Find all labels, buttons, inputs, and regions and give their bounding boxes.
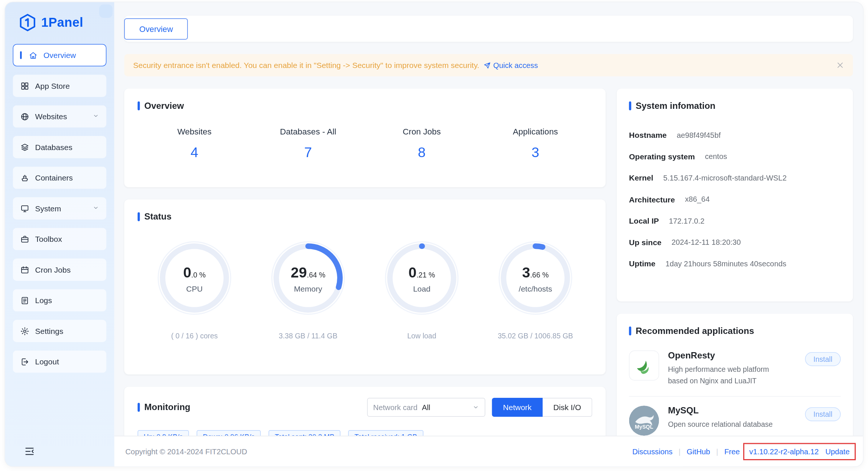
app-description: High performance web platform based on N…: [668, 364, 780, 387]
chevron-down-icon: [472, 404, 479, 411]
briefcase-icon: [20, 234, 30, 244]
sidebar-item-toolbox[interactable]: Toolbox: [13, 228, 107, 250]
install-openresty-button[interactable]: Install: [805, 352, 841, 366]
overview-card-title: Overview: [144, 101, 184, 111]
update-link[interactable]: Update: [825, 447, 849, 456]
stat-websites: Websites 4: [138, 127, 251, 161]
info-row-architecture: Architecture x86_64: [629, 189, 841, 210]
sidebar: 1Panel Overview App Store Websites: [5, 2, 114, 467]
footer-link-github[interactable]: GitHub: [687, 447, 710, 456]
sidebar-item-settings[interactable]: Settings: [13, 320, 107, 342]
version-text[interactable]: v1.10.22-r2-alpha.12: [749, 447, 819, 456]
gauge-label: Load: [413, 284, 430, 293]
ship-icon: [20, 173, 30, 183]
main-area: Overview Security entrance isn't enabled…: [114, 2, 863, 467]
install-mysql-button[interactable]: Install: [805, 407, 841, 421]
sidebar-item-label: Cron Jobs: [35, 265, 71, 274]
collapse-sidebar-icon: [24, 446, 35, 457]
title-marker: [138, 212, 140, 221]
stat-cron-jobs: Cron Jobs 8: [365, 127, 479, 161]
copyright-text: Copyright © 2014-2024 FIT2CLOUD: [126, 447, 247, 456]
stat-label: Cron Jobs: [365, 127, 479, 136]
brand-logo[interactable]: 1Panel: [5, 2, 114, 43]
app-item-openresty: OpenResty High performance web platform …: [629, 342, 841, 396]
chevron-down-icon: [92, 112, 99, 121]
quick-access-link[interactable]: Quick access: [484, 61, 538, 69]
sidebar-item-logs[interactable]: Logs: [13, 289, 107, 312]
sidebar-item-app-store[interactable]: App Store: [13, 75, 107, 97]
title-marker: [629, 327, 631, 335]
gauge-load: 0.21 % Load Low load: [365, 240, 479, 340]
footer-link-discussions[interactable]: Discussions: [633, 447, 673, 456]
footer-link-free[interactable]: Free: [724, 447, 740, 456]
sidebar-item-label: Logout: [35, 357, 59, 366]
stat-value-databases[interactable]: 7: [251, 144, 365, 161]
app-description: Open source relational database: [668, 419, 780, 430]
gauge-memory: 29.64 % Memory 3.38 GB / 11.4 GB: [251, 240, 365, 340]
sidebar-item-label: Toolbox: [35, 235, 62, 244]
brand-logo-icon: [19, 13, 37, 32]
stat-label: Databases - All: [251, 127, 365, 136]
stat-applications: Applications 3: [479, 127, 592, 161]
disk-io-tab-button[interactable]: Disk I/O: [543, 398, 592, 417]
tab-bar: Overview: [124, 16, 853, 42]
divider: |: [710, 447, 724, 456]
footer: Copyright © 2014-2024 FIT2CLOUD Discussi…: [114, 436, 863, 467]
sidebar-item-cron-jobs[interactable]: Cron Jobs: [13, 259, 107, 281]
stat-label: Applications: [479, 127, 592, 136]
tab-overview[interactable]: Overview: [124, 18, 188, 39]
status-card-title: Status: [144, 212, 172, 222]
sidebar-item-websites[interactable]: Websites: [13, 105, 107, 128]
monitoring-mode-toggle: Network Disk I/O: [492, 398, 592, 417]
stat-label: Websites: [138, 127, 251, 136]
info-row-hostname: Hostname ae98f49f45bf: [629, 124, 841, 146]
sidebar-item-label: App Store: [35, 81, 70, 90]
network-card-select[interactable]: Network card All: [367, 398, 485, 417]
gauge-caption: 35.02 GB / 1006.85 GB: [498, 332, 573, 340]
title-marker: [138, 101, 140, 110]
sidebar-item-label: System: [35, 204, 61, 213]
gear-icon: [20, 326, 30, 336]
sidebar-item-overview[interactable]: Overview: [13, 44, 107, 66]
gauge-caption: Low load: [407, 332, 436, 340]
globe-icon: [20, 112, 30, 121]
svg-text:MySQL: MySQL: [635, 424, 653, 430]
paper-plane-icon: [484, 62, 491, 69]
status-card: Status: [124, 199, 606, 374]
app-frame: 1Panel Overview App Store Websites: [5, 2, 863, 467]
gauge-etc-hosts: 3.66 % /etc/hosts 35.02 GB / 1006.85 GB: [479, 240, 592, 340]
sidebar-item-label: Websites: [35, 112, 67, 121]
stat-value-websites[interactable]: 4: [138, 144, 251, 161]
gauge-cpu: 0.0 % CPU ( 0 / 16 ) cores: [138, 240, 251, 340]
calendar-icon: [20, 265, 30, 275]
status-gauges: 0.0 % CPU ( 0 / 16 ) cores: [138, 240, 592, 340]
home-icon: [29, 51, 38, 60]
collapse-sidebar-button[interactable]: [24, 446, 35, 459]
document-icon: [20, 296, 30, 305]
banner-close-icon[interactable]: [836, 61, 844, 69]
security-warning-banner: Security entrance isn't enabled. You can…: [124, 54, 853, 77]
title-marker: [629, 101, 631, 110]
gauge-caption: 3.38 GB / 11.4 GB: [279, 332, 338, 340]
info-row-operating-system: Operating system centos: [629, 146, 841, 167]
sidebar-item-containers[interactable]: Containers: [13, 167, 107, 189]
overview-card: Overview Websites 4 Databases - All 7: [124, 89, 606, 188]
network-tab-button[interactable]: Network: [492, 398, 543, 417]
quick-access-label: Quick access: [493, 61, 538, 69]
stat-value-cron-jobs[interactable]: 8: [365, 144, 479, 161]
sidebar-item-logout[interactable]: Logout: [13, 351, 107, 373]
sidebar-item-databases[interactable]: Databases: [13, 136, 107, 158]
monitoring-card-title: Monitoring: [144, 402, 191, 412]
system-info-card: System infomation Hostname ae98f49f45bf …: [617, 89, 853, 302]
sidebar-item-system[interactable]: System: [13, 197, 107, 220]
sidebar-item-label: Containers: [35, 173, 73, 182]
layers-icon: [20, 142, 30, 152]
select-value: All: [422, 403, 430, 412]
system-info-title: System infomation: [636, 101, 716, 111]
system-info-rows: Hostname ae98f49f45bf Operating system c…: [629, 124, 841, 275]
footer-links: Discussions | GitHub | Free v1.10.22-r2-…: [633, 447, 852, 456]
recommended-apps-title: Recommended applications: [636, 326, 754, 336]
gauge-label: CPU: [186, 284, 202, 293]
banner-text: Security entrance isn't enabled. You can…: [133, 61, 479, 70]
stat-value-applications[interactable]: 3: [479, 144, 592, 161]
